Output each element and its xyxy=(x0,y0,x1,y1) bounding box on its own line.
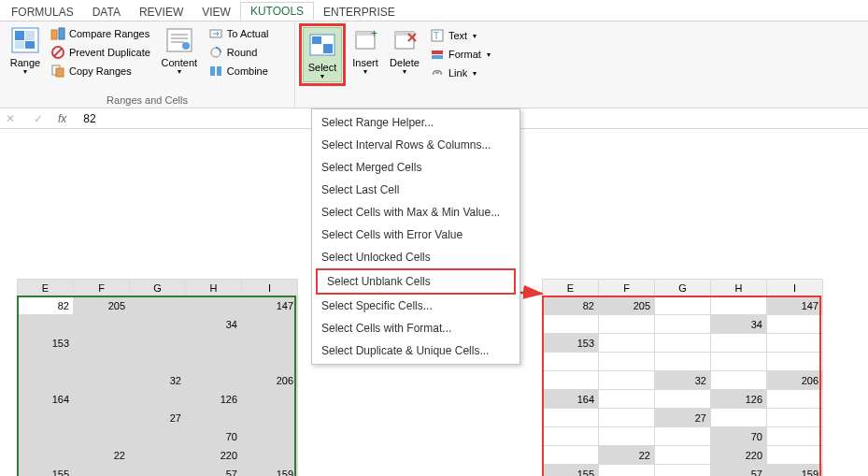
cell[interactable]: 57 xyxy=(186,465,242,477)
cell[interactable] xyxy=(130,390,186,409)
cell[interactable]: 153 xyxy=(18,334,74,353)
cell[interactable] xyxy=(74,390,130,409)
menu-unlocked[interactable]: Select Unlocked Cells xyxy=(312,246,519,268)
content-button[interactable]: Content ▾ xyxy=(156,23,203,77)
cell[interactable] xyxy=(599,371,655,390)
cell[interactable] xyxy=(543,353,599,371)
cell[interactable]: 147 xyxy=(242,296,298,315)
fx-label[interactable]: fx xyxy=(58,112,66,125)
cell[interactable] xyxy=(543,427,599,446)
menu-specific[interactable]: Select Specific Cells... xyxy=(312,295,519,317)
cell[interactable] xyxy=(18,353,74,371)
cell[interactable] xyxy=(711,353,767,371)
cell[interactable] xyxy=(711,334,767,353)
cell[interactable] xyxy=(242,409,298,427)
cell[interactable] xyxy=(130,334,186,353)
cell[interactable] xyxy=(767,315,823,334)
cell[interactable]: 153 xyxy=(543,334,599,353)
cell[interactable] xyxy=(711,371,767,390)
spreadsheet-right[interactable]: EFGHI82205147341533220616412627702222015… xyxy=(542,279,823,476)
tab-review[interactable]: REVIEW xyxy=(130,4,192,21)
cell[interactable] xyxy=(767,427,823,446)
cell[interactable] xyxy=(242,390,298,409)
cell[interactable] xyxy=(74,427,130,446)
cell[interactable]: 206 xyxy=(767,371,823,390)
cell[interactable] xyxy=(599,409,655,427)
cell[interactable] xyxy=(130,465,186,477)
combine-button[interactable]: Combine xyxy=(206,63,271,79)
cell[interactable] xyxy=(599,465,655,477)
cell[interactable] xyxy=(242,446,298,465)
cell[interactable] xyxy=(242,353,298,371)
delete-button[interactable]: Delete ▾ xyxy=(385,23,424,77)
cell[interactable]: 164 xyxy=(543,390,599,409)
cell[interactable] xyxy=(543,446,599,465)
cell[interactable] xyxy=(655,465,711,477)
cell[interactable] xyxy=(18,371,74,390)
col-header[interactable]: H xyxy=(711,280,767,296)
cell[interactable] xyxy=(767,353,823,371)
cell[interactable]: 220 xyxy=(186,446,242,465)
copy-ranges-button[interactable]: Copy Ranges xyxy=(49,63,152,79)
cell[interactable]: 22 xyxy=(599,446,655,465)
cell[interactable]: 34 xyxy=(186,315,242,334)
cell[interactable] xyxy=(599,390,655,409)
to-actual-button[interactable]: To Actual xyxy=(206,25,271,42)
menu-dup-unique[interactable]: Select Duplicate & Unique Cells... xyxy=(312,339,519,362)
cell[interactable]: 32 xyxy=(130,371,186,390)
col-header[interactable]: E xyxy=(18,280,74,296)
menu-unblank[interactable]: Select Unblank Cells xyxy=(316,268,516,295)
cell[interactable] xyxy=(18,315,74,334)
cell[interactable]: 147 xyxy=(767,296,823,315)
cell[interactable] xyxy=(18,409,74,427)
text-button[interactable]: TText▾ xyxy=(428,27,492,44)
cell[interactable] xyxy=(242,427,298,446)
cell[interactable] xyxy=(655,296,711,315)
menu-max-min[interactable]: Select Cells with Max & Min Value... xyxy=(312,201,519,224)
cell[interactable]: 206 xyxy=(242,371,298,390)
col-header[interactable]: G xyxy=(655,280,711,296)
cell[interactable]: 57 xyxy=(711,465,767,477)
cell[interactable] xyxy=(543,371,599,390)
col-header[interactable]: H xyxy=(186,280,242,296)
formula-value[interactable]: 82 xyxy=(83,112,95,125)
prevent-duplicate-button[interactable]: Prevent Duplicate xyxy=(49,44,152,61)
cell[interactable] xyxy=(599,353,655,371)
cell[interactable]: 159 xyxy=(767,465,823,477)
cell[interactable] xyxy=(74,353,130,371)
cell[interactable] xyxy=(655,334,711,353)
cell[interactable] xyxy=(599,427,655,446)
cell[interactable] xyxy=(543,409,599,427)
tab-kutools[interactable]: KUTOOLS xyxy=(240,2,314,21)
cell[interactable] xyxy=(74,371,130,390)
link-button[interactable]: Link▾ xyxy=(428,65,492,81)
cell[interactable] xyxy=(599,315,655,334)
cell[interactable] xyxy=(74,315,130,334)
cell[interactable]: 205 xyxy=(74,296,130,315)
cell[interactable] xyxy=(767,390,823,409)
cell[interactable] xyxy=(18,446,74,465)
cell[interactable] xyxy=(767,409,823,427)
cell[interactable] xyxy=(242,334,298,353)
cell[interactable] xyxy=(186,334,242,353)
cell[interactable]: 27 xyxy=(130,409,186,427)
cell[interactable]: 126 xyxy=(711,390,767,409)
cell[interactable]: 164 xyxy=(18,390,74,409)
cancel-icon[interactable]: ✕ xyxy=(2,112,19,125)
tab-view[interactable]: VIEW xyxy=(192,4,240,21)
menu-merged-cells[interactable]: Select Merged Cells xyxy=(312,156,519,179)
cell[interactable] xyxy=(767,446,823,465)
cell[interactable] xyxy=(18,427,74,446)
cell[interactable] xyxy=(599,334,655,353)
menu-interval-rows-cols[interactable]: Select Interval Rows & Columns... xyxy=(312,134,519,156)
format-button[interactable]: Format▾ xyxy=(428,46,492,63)
spreadsheet-left[interactable]: EFGHI82205147341533220616412627702222015… xyxy=(17,279,298,476)
cell[interactable] xyxy=(130,353,186,371)
cell[interactable] xyxy=(186,353,242,371)
menu-range-helper[interactable]: Select Range Helper... xyxy=(312,111,519,134)
cell[interactable] xyxy=(655,315,711,334)
cell[interactable] xyxy=(711,409,767,427)
cell[interactable]: 126 xyxy=(186,390,242,409)
cell[interactable] xyxy=(186,371,242,390)
cell[interactable]: 155 xyxy=(543,465,599,477)
